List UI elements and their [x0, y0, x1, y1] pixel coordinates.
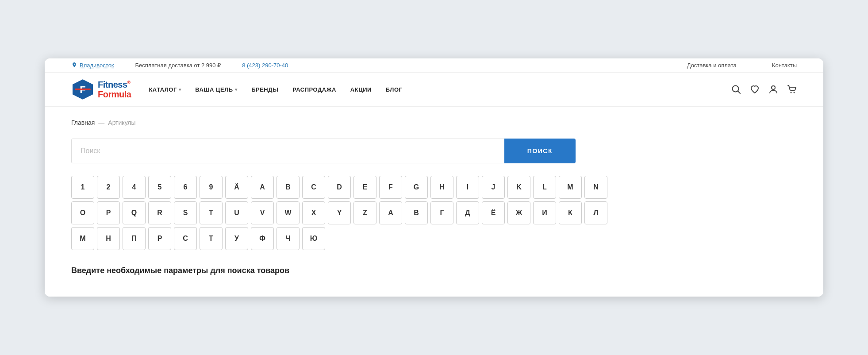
letter-btn-T[interactable]: T	[200, 201, 223, 224]
letter-btn-L[interactable]: L	[533, 176, 556, 199]
letter-btn-М[interactable]: М	[71, 227, 94, 250]
letter-btn-W[interactable]: W	[277, 201, 300, 224]
header-actions	[731, 85, 797, 94]
logo[interactable]: F Fitness® Formula	[71, 78, 131, 101]
breadcrumb: Главная — Артикулы	[71, 119, 797, 126]
location-icon	[71, 62, 77, 69]
delivery-link[interactable]: Доставка и оплата	[687, 62, 737, 69]
letter-btn-S[interactable]: S	[174, 201, 197, 224]
letter-btn-К[interactable]: К	[559, 201, 582, 224]
wishlist-icon[interactable]	[750, 85, 760, 94]
nav-blog[interactable]: БЛОГ	[386, 86, 403, 93]
nav-promo[interactable]: АКЦИИ	[350, 86, 372, 93]
letter-btn-С[interactable]: С	[174, 227, 197, 250]
top-bar: Владивосток Бесплатная доставка от 2 990…	[45, 58, 823, 73]
letter-btn-А[interactable]: А	[379, 201, 402, 224]
empty-message: Введите необходимые параметры для поиска…	[71, 266, 797, 275]
search-input[interactable]	[71, 139, 504, 163]
letter-btn-E[interactable]: E	[353, 176, 376, 199]
phone-link[interactable]: 8 (423) 290-70-40	[242, 62, 288, 69]
logo-icon: F	[71, 78, 94, 101]
svg-point-6	[791, 92, 792, 93]
letter-btn-Ф[interactable]: Ф	[251, 227, 274, 250]
letter-btn-R[interactable]: R	[148, 201, 171, 224]
letter-btn-Z[interactable]: Z	[353, 201, 376, 224]
letter-row-0: 124569ÄABCDEFGHIJKLMN	[71, 176, 797, 199]
letter-btn-В[interactable]: В	[405, 201, 428, 224]
location-link[interactable]: Владивосток	[71, 62, 114, 69]
letter-btn-C[interactable]: C	[302, 176, 325, 199]
logo-fitness: Fitness®	[98, 80, 131, 89]
letter-btn-9[interactable]: 9	[200, 176, 223, 199]
letter-btn-Ю[interactable]: Ю	[302, 227, 325, 250]
logo-text: Fitness® Formula	[98, 80, 131, 99]
main-content: Главная — Артикулы ПОИСК 124569ÄABCDEFGH…	[45, 107, 823, 297]
letter-btn-5[interactable]: 5	[148, 176, 171, 199]
letter-btn-K[interactable]: K	[507, 176, 530, 199]
main-nav: КАТАЛОГ ▾ ВАША ЦЕЛЬ ▾ БРЕНДЫ РАСПРОДАЖА …	[149, 86, 714, 93]
search-icon[interactable]	[731, 85, 741, 94]
chevron-down-icon: ▾	[235, 87, 238, 92]
letter-btn-B[interactable]: B	[277, 176, 300, 199]
svg-rect-3	[75, 89, 91, 90]
header: F Fitness® Formula КАТАЛОГ ▾ ВАША ЦЕЛЬ ▾…	[45, 73, 823, 107]
letter-btn-6[interactable]: 6	[174, 176, 197, 199]
letter-btn-J[interactable]: J	[482, 176, 505, 199]
cart-icon[interactable]	[787, 85, 797, 94]
svg-line-5	[738, 91, 741, 94]
letter-btn-D[interactable]: D	[328, 176, 351, 199]
letter-btn-G[interactable]: G	[405, 176, 428, 199]
letter-btn-V[interactable]: V	[251, 201, 274, 224]
letter-btn-4[interactable]: 4	[123, 176, 146, 199]
letter-btn-O[interactable]: O	[71, 201, 94, 224]
letter-btn-И[interactable]: И	[533, 201, 556, 224]
nav-brands[interactable]: БРЕНДЫ	[251, 86, 278, 93]
letter-row-1: OPQRSTUVWXYZАВГДЁЖИКЛ	[71, 201, 797, 224]
nav-sale[interactable]: РАСПРОДАЖА	[292, 86, 336, 93]
letter-btn-H[interactable]: H	[430, 176, 453, 199]
letter-btn-У[interactable]: У	[225, 227, 248, 250]
letter-grid: 124569ÄABCDEFGHIJKLMNOPQRSTUVWXYZАВГДЁЖИ…	[71, 176, 797, 250]
breadcrumb-current: Артикулы	[108, 119, 135, 126]
letter-btn-Р[interactable]: Р	[148, 227, 171, 250]
letter-btn-F[interactable]: F	[379, 176, 402, 199]
letter-btn-X[interactable]: X	[302, 201, 325, 224]
letter-btn-Л[interactable]: Л	[584, 201, 607, 224]
letter-btn-Т[interactable]: Т	[200, 227, 223, 250]
letter-btn-Д[interactable]: Д	[456, 201, 479, 224]
letter-btn-Y[interactable]: Y	[328, 201, 351, 224]
nav-goal[interactable]: ВАША ЦЕЛЬ ▾	[195, 86, 237, 93]
letter-btn-N[interactable]: N	[584, 176, 607, 199]
breadcrumb-separator: —	[98, 119, 104, 126]
letter-btn-1[interactable]: 1	[71, 176, 94, 199]
letter-btn-P[interactable]: P	[97, 201, 120, 224]
letter-btn-Г[interactable]: Г	[430, 201, 453, 224]
letter-btn-Q[interactable]: Q	[123, 201, 146, 224]
free-delivery-label: Бесплатная доставка от 2 990 ₽	[135, 62, 221, 69]
account-icon[interactable]	[768, 85, 778, 94]
letter-btn-I[interactable]: I	[456, 176, 479, 199]
breadcrumb-home[interactable]: Главная	[71, 119, 95, 126]
letter-btn-Н[interactable]: Н	[97, 227, 120, 250]
chevron-down-icon: ▾	[179, 87, 181, 92]
contacts-link[interactable]: Контакты	[772, 62, 797, 69]
letter-btn-Ё[interactable]: Ё	[482, 201, 505, 224]
letter-btn-M[interactable]: M	[559, 176, 582, 199]
letter-btn-A[interactable]: A	[251, 176, 274, 199]
nav-catalog[interactable]: КАТАЛОГ ▾	[149, 86, 181, 93]
letter-btn-Ч[interactable]: Ч	[277, 227, 300, 250]
letter-btn-Ä[interactable]: Ä	[225, 176, 248, 199]
letter-btn-Ж[interactable]: Ж	[507, 201, 530, 224]
letter-btn-П[interactable]: П	[123, 227, 146, 250]
search-row: ПОИСК	[71, 139, 576, 163]
logo-formula: Formula	[98, 89, 131, 99]
search-button[interactable]: ПОИСК	[504, 139, 576, 163]
letter-btn-U[interactable]: U	[225, 201, 248, 224]
letter-row-2: МНПРСТУФЧЮ	[71, 227, 797, 250]
svg-point-7	[794, 92, 795, 93]
letter-btn-2[interactable]: 2	[97, 176, 120, 199]
